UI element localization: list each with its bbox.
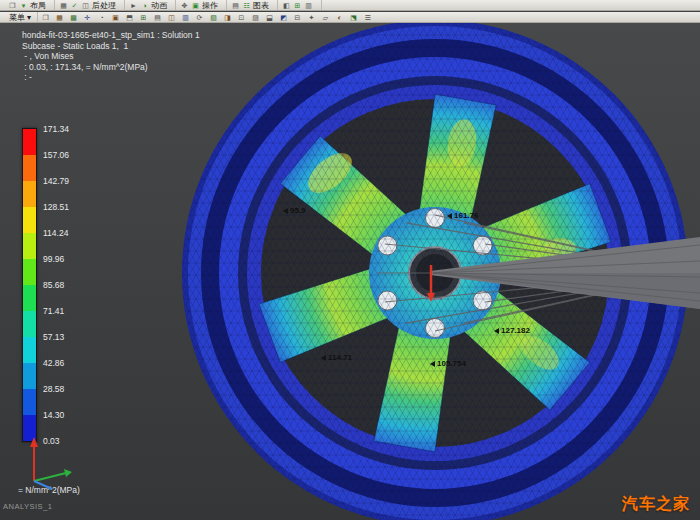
toolbar-icon[interactable]: ⊞: [293, 1, 302, 10]
legend-band: [23, 129, 36, 155]
legend-band: [23, 311, 36, 337]
legend-band: [23, 363, 36, 389]
toolbar-icon[interactable]: ◐: [335, 13, 344, 22]
toolbar-icon[interactable]: ⊡: [237, 13, 246, 22]
toolbar-icon[interactable]: ▥: [181, 13, 190, 22]
toolbar-icon[interactable]: ◫: [81, 1, 90, 10]
header-line: : 0.03, : 171.34, = N/mm^2(MPa): [22, 62, 200, 73]
toolbar-icon[interactable]: ◧: [282, 1, 291, 10]
toolbar-icon[interactable]: ▩: [69, 13, 78, 22]
stress-annotation: 161.76: [447, 211, 478, 220]
toolbar-icon[interactable]: ⬒: [125, 13, 134, 22]
legend-value: 71.41: [43, 306, 64, 316]
toolbar-icon[interactable]: ◔: [97, 13, 106, 22]
toolbar-icon[interactable]: ▣: [111, 13, 120, 22]
toolbar-group: ▦✓◫后处理: [55, 0, 125, 10]
header-line: Subcase - Static Loads 1, 1: [22, 41, 200, 52]
toolbar-icon[interactable]: ✓: [70, 1, 79, 10]
stress-legend: 171.34157.06142.79128.51114.2499.9685.68…: [22, 128, 102, 442]
header-line: : -: [22, 72, 200, 83]
legend-value: 128.51: [43, 202, 69, 212]
legend-band: [23, 207, 36, 233]
legend-value: 142.79: [43, 176, 69, 186]
toolbar-icon[interactable]: ⊞: [139, 13, 148, 22]
viewport-header: honda-fit-03-1665-et40-1_stp_sim1 : Solu…: [22, 30, 200, 83]
legend-value: 42.86: [43, 358, 64, 368]
toolbar-icon[interactable]: ▤: [153, 13, 162, 22]
toolbar-icon[interactable]: ▣: [191, 1, 200, 10]
legend-value: 85.68: [43, 280, 64, 290]
toolbar-icon[interactable]: ✥: [180, 1, 189, 10]
menu-icons: ❐▦▩✛◔▣⬒⊞▤◫▥⟳▧◨⊡▨⬓◩⊟✦▱◐⬔☰: [41, 13, 372, 22]
chevron-down-icon: ▾: [27, 13, 31, 22]
toolbar-icon[interactable]: ▦: [59, 1, 68, 10]
toolbar-icon[interactable]: ◩: [279, 13, 288, 22]
toolbar-icon[interactable]: ❐: [8, 1, 17, 10]
toolbar-icon[interactable]: ⬔: [349, 13, 358, 22]
toolbar-group: ◧⊞▥: [278, 0, 322, 10]
menu-button[interactable]: 菜单 ▾: [3, 12, 38, 22]
graphics-viewport[interactable]: honda-fit-03-1665-et40-1_stp_sim1 : Solu…: [0, 23, 700, 520]
toolbar-icon[interactable]: ▥: [304, 1, 313, 10]
toolbar-label[interactable]: 布局: [30, 0, 46, 11]
stress-annotation: 95.9: [283, 206, 306, 215]
legend-bands: [22, 128, 37, 442]
toolbar-icon[interactable]: ▱: [321, 13, 330, 22]
toolbar-icon[interactable]: ▾: [19, 1, 28, 10]
toolbar-icon[interactable]: ▦: [55, 13, 64, 22]
menu-button-label: 菜单: [9, 12, 25, 23]
watermark: 汽车之家: [622, 494, 690, 515]
toolbar-label[interactable]: 动画: [151, 0, 167, 11]
legend-value: 14.30: [43, 410, 64, 420]
toolbar-icon[interactable]: ⬓: [265, 13, 274, 22]
stress-annotation: 114.71: [321, 353, 352, 362]
legend-value: 157.06: [43, 150, 69, 160]
toolbar-label[interactable]: 后处理: [92, 0, 116, 11]
legend-band: [23, 181, 36, 207]
toolbar-group: ❐▾布局: [4, 0, 55, 10]
toolbar-icon[interactable]: ☰: [363, 13, 372, 22]
toolbar-icon[interactable]: ▤: [231, 1, 240, 10]
legend-band: [23, 259, 36, 285]
legend-value: 28.58: [43, 384, 64, 394]
view-triad: [18, 435, 74, 491]
toolbar-icon[interactable]: ☷: [242, 1, 251, 10]
toolbar-label[interactable]: 图表: [253, 0, 269, 11]
toolbar-group: ►◑动画: [125, 0, 176, 10]
legend-band: [23, 155, 36, 181]
legend-value: 57.13: [43, 332, 64, 342]
header-line: honda-fit-03-1665-et40-1_stp_sim1 : Solu…: [22, 30, 200, 41]
toolbar-icon[interactable]: ◑: [140, 1, 149, 10]
toolbar-label[interactable]: 操作: [202, 0, 218, 11]
application-window: ❐▾布局▦✓◫后处理►◑动画✥▣操作▤☷图表◧⊞▥ 菜单 ▾ ❐▦▩✛◔▣⬒⊞▤…: [0, 0, 700, 520]
toolbar-icon[interactable]: ❐: [41, 13, 50, 22]
toolbar-groups: ❐▾布局▦✓◫后处理►◑动画✥▣操作▤☷图表◧⊞▥: [4, 0, 322, 10]
legend-band: [23, 337, 36, 363]
toolbar-icon[interactable]: ⊟: [293, 13, 302, 22]
toolbar-icon[interactable]: ⟳: [195, 13, 204, 22]
toolbar-icon[interactable]: ✦: [307, 13, 316, 22]
stress-annotation: 127.182: [494, 326, 530, 335]
toolbar-icon[interactable]: ►: [129, 1, 138, 10]
toolbar-group: ✥▣操作: [176, 0, 227, 10]
legend-band: [23, 233, 36, 259]
legend-band: [23, 389, 36, 415]
toolbar-icon[interactable]: ▨: [251, 13, 260, 22]
legend-value: 171.34: [43, 124, 69, 134]
toolbar-icon[interactable]: ◨: [223, 13, 232, 22]
analysis-label: ANALYSIS_1: [3, 502, 52, 511]
wheel-fea-model[interactable]: [0, 23, 700, 520]
toolbar-icon[interactable]: ✛: [83, 13, 92, 22]
header-line: - , Von Mises: [22, 51, 200, 62]
legend-value: 114.24: [43, 228, 68, 238]
toolbar-top: ❐▾布局▦✓◫后处理►◑动画✥▣操作▤☷图表◧⊞▥: [0, 0, 700, 11]
toolbar-group: ▤☷图表: [227, 0, 278, 10]
legend-band: [23, 285, 36, 311]
toolbar-menu-row: 菜单 ▾ ❐▦▩✛◔▣⬒⊞▤◫▥⟳▧◨⊡▨⬓◩⊟✦▱◐⬔☰: [0, 12, 700, 23]
toolbar-icon[interactable]: ▧: [209, 13, 218, 22]
legend-value: 99.96: [43, 254, 64, 264]
stress-annotation: 105.754: [430, 359, 466, 368]
toolbar-icon[interactable]: ◫: [167, 13, 176, 22]
